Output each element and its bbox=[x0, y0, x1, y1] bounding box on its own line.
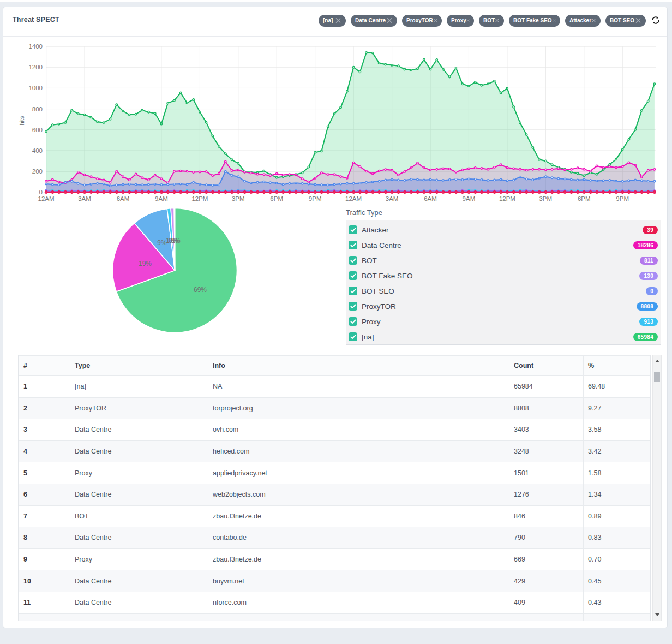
svg-text:600: 600 bbox=[32, 127, 43, 133]
svg-text:3AM: 3AM bbox=[386, 195, 399, 202]
svg-text:69%: 69% bbox=[194, 286, 207, 294]
svg-text:9AM: 9AM bbox=[155, 195, 168, 202]
svg-text:9AM: 9AM bbox=[463, 195, 476, 202]
svg-text:0%: 0% bbox=[171, 237, 181, 245]
svg-text:12PM: 12PM bbox=[191, 195, 208, 202]
svg-text:1000: 1000 bbox=[28, 85, 43, 91]
svg-text:19%: 19% bbox=[139, 260, 152, 267]
svg-text:800: 800 bbox=[32, 106, 43, 112]
svg-text:3PM: 3PM bbox=[232, 195, 245, 202]
svg-text:200: 200 bbox=[32, 168, 43, 175]
svg-text:1200: 1200 bbox=[28, 64, 43, 70]
svg-text:hits: hits bbox=[19, 116, 25, 126]
svg-text:0: 0 bbox=[39, 189, 43, 195]
svg-text:12AM: 12AM bbox=[38, 195, 55, 202]
svg-text:3AM: 3AM bbox=[78, 195, 91, 202]
svg-text:3PM: 3PM bbox=[539, 195, 552, 202]
svg-text:1400: 1400 bbox=[28, 43, 43, 50]
svg-text:400: 400 bbox=[32, 147, 43, 154]
svg-text:6PM: 6PM bbox=[578, 195, 591, 202]
svg-text:6AM: 6AM bbox=[117, 195, 130, 202]
svg-text:9PM: 9PM bbox=[309, 195, 322, 202]
svg-text:6AM: 6AM bbox=[424, 195, 437, 202]
svg-text:6PM: 6PM bbox=[270, 195, 283, 202]
svg-text:12AM: 12AM bbox=[345, 195, 362, 202]
svg-text:12PM: 12PM bbox=[499, 195, 515, 202]
svg-text:9PM: 9PM bbox=[616, 195, 629, 202]
